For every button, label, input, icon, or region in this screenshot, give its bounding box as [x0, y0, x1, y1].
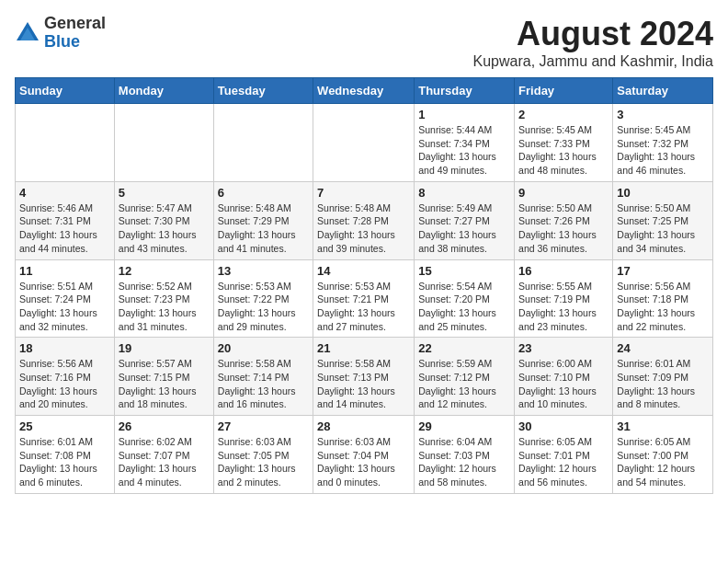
day-info: Sunrise: 5:50 AM Sunset: 7:25 PM Dayligh…	[617, 201, 709, 256]
day-number: 20	[218, 341, 309, 355]
day-info: Sunrise: 6:00 AM Sunset: 7:10 PM Dayligh…	[518, 357, 609, 411]
day-number: 10	[617, 186, 709, 200]
calendar-table: SundayMondayTuesdayWednesdayThursdayFrid…	[15, 77, 713, 494]
logo-general-text: General	[44, 15, 106, 33]
day-info: Sunrise: 5:50 AM Sunset: 7:26 PM Dayligh…	[518, 201, 609, 256]
day-info: Sunrise: 5:46 AM Sunset: 7:31 PM Dayligh…	[19, 201, 110, 256]
day-info: Sunrise: 6:01 AM Sunset: 7:08 PM Dayligh…	[19, 435, 110, 489]
day-number: 21	[317, 341, 410, 355]
day-number: 8	[418, 186, 510, 200]
calendar-cell: 25Sunrise: 6:01 AM Sunset: 7:08 PM Dayli…	[16, 416, 115, 494]
calendar-cell: 10Sunrise: 5:50 AM Sunset: 7:25 PM Dayli…	[613, 181, 713, 259]
calendar-cell: 15Sunrise: 5:54 AM Sunset: 7:20 PM Dayli…	[415, 259, 515, 338]
calendar-cell	[114, 104, 213, 182]
day-number: 5	[119, 186, 210, 200]
header-cell-thursday: Thursday	[415, 78, 515, 104]
calendar-body: 1Sunrise: 5:44 AM Sunset: 7:34 PM Daylig…	[16, 104, 713, 494]
header-cell-monday: Monday	[114, 78, 213, 104]
day-info: Sunrise: 5:51 AM Sunset: 7:24 PM Dayligh…	[19, 280, 110, 334]
day-info: Sunrise: 5:54 AM Sunset: 7:20 PM Dayligh…	[418, 280, 510, 334]
day-info: Sunrise: 5:58 AM Sunset: 7:14 PM Dayligh…	[218, 357, 309, 411]
calendar-cell: 17Sunrise: 5:56 AM Sunset: 7:18 PM Dayli…	[613, 259, 713, 338]
day-number: 2	[518, 108, 609, 121]
calendar-header: SundayMondayTuesdayWednesdayThursdayFrid…	[16, 78, 713, 104]
calendar-cell: 21Sunrise: 5:58 AM Sunset: 7:13 PM Dayli…	[313, 338, 415, 416]
day-info: Sunrise: 6:05 AM Sunset: 7:01 PM Dayligh…	[518, 435, 609, 489]
calendar-cell: 8Sunrise: 5:49 AM Sunset: 7:27 PM Daylig…	[415, 181, 515, 259]
header-row: SundayMondayTuesdayWednesdayThursdayFrid…	[16, 78, 713, 104]
header-cell-saturday: Saturday	[613, 78, 713, 104]
day-number: 9	[518, 186, 609, 200]
day-info: Sunrise: 5:55 AM Sunset: 7:19 PM Dayligh…	[518, 280, 609, 334]
day-info: Sunrise: 5:45 AM Sunset: 7:32 PM Dayligh…	[617, 123, 709, 178]
logo: General Blue	[15, 15, 106, 52]
calendar-cell: 13Sunrise: 5:53 AM Sunset: 7:22 PM Dayli…	[213, 259, 313, 338]
day-info: Sunrise: 6:03 AM Sunset: 7:04 PM Dayligh…	[317, 435, 410, 489]
calendar-cell: 28Sunrise: 6:03 AM Sunset: 7:04 PM Dayli…	[313, 416, 415, 494]
day-info: Sunrise: 5:48 AM Sunset: 7:29 PM Dayligh…	[218, 201, 309, 256]
day-info: Sunrise: 6:03 AM Sunset: 7:05 PM Dayligh…	[218, 435, 309, 489]
day-number: 28	[317, 419, 410, 433]
calendar-cell: 29Sunrise: 6:04 AM Sunset: 7:03 PM Dayli…	[415, 416, 515, 494]
logo-text: General Blue	[44, 15, 106, 52]
day-number: 3	[617, 108, 709, 121]
day-number: 14	[317, 264, 410, 278]
day-info: Sunrise: 5:56 AM Sunset: 7:16 PM Dayligh…	[19, 357, 110, 411]
day-number: 23	[518, 341, 609, 355]
day-info: Sunrise: 6:05 AM Sunset: 7:00 PM Dayligh…	[617, 435, 709, 489]
day-number: 19	[119, 341, 210, 355]
calendar-cell: 7Sunrise: 5:48 AM Sunset: 7:28 PM Daylig…	[313, 181, 415, 259]
header-cell-tuesday: Tuesday	[213, 78, 313, 104]
day-info: Sunrise: 5:48 AM Sunset: 7:28 PM Dayligh…	[317, 201, 410, 256]
day-number: 17	[617, 264, 709, 278]
day-number: 30	[518, 419, 609, 433]
day-number: 24	[617, 341, 709, 355]
day-number: 29	[418, 419, 510, 433]
calendar-cell: 23Sunrise: 6:00 AM Sunset: 7:10 PM Dayli…	[515, 338, 613, 416]
day-number: 4	[19, 186, 110, 200]
calendar-cell: 26Sunrise: 6:02 AM Sunset: 7:07 PM Dayli…	[114, 416, 213, 494]
calendar-cell: 30Sunrise: 6:05 AM Sunset: 7:01 PM Dayli…	[515, 416, 613, 494]
day-number: 12	[119, 264, 210, 278]
calendar-cell: 19Sunrise: 5:57 AM Sunset: 7:15 PM Dayli…	[114, 338, 213, 416]
day-info: Sunrise: 6:04 AM Sunset: 7:03 PM Dayligh…	[418, 435, 510, 489]
calendar-cell: 14Sunrise: 5:53 AM Sunset: 7:21 PM Dayli…	[313, 259, 415, 338]
calendar-cell	[313, 104, 415, 182]
location-subtitle: Kupwara, Jammu and Kashmir, India	[473, 53, 713, 70]
day-info: Sunrise: 5:47 AM Sunset: 7:30 PM Dayligh…	[119, 201, 210, 256]
header-cell-wednesday: Wednesday	[313, 78, 415, 104]
calendar-cell: 2Sunrise: 5:45 AM Sunset: 7:33 PM Daylig…	[515, 104, 613, 182]
calendar-cell: 24Sunrise: 6:01 AM Sunset: 7:09 PM Dayli…	[613, 338, 713, 416]
day-info: Sunrise: 5:52 AM Sunset: 7:23 PM Dayligh…	[119, 280, 210, 334]
day-number: 27	[218, 419, 309, 433]
calendar-cell: 16Sunrise: 5:55 AM Sunset: 7:19 PM Dayli…	[515, 259, 613, 338]
day-number: 11	[19, 264, 110, 278]
calendar-cell: 11Sunrise: 5:51 AM Sunset: 7:24 PM Dayli…	[16, 259, 115, 338]
calendar-cell: 22Sunrise: 5:59 AM Sunset: 7:12 PM Dayli…	[415, 338, 515, 416]
calendar-cell: 9Sunrise: 5:50 AM Sunset: 7:26 PM Daylig…	[515, 181, 613, 259]
title-block: August 2024 Kupwara, Jammu and Kashmir, …	[473, 15, 713, 70]
day-number: 7	[317, 186, 410, 200]
week-row-1: 1Sunrise: 5:44 AM Sunset: 7:34 PM Daylig…	[16, 104, 713, 182]
logo-blue-text: Blue	[44, 33, 106, 52]
day-info: Sunrise: 5:59 AM Sunset: 7:12 PM Dayligh…	[418, 357, 510, 411]
week-row-3: 11Sunrise: 5:51 AM Sunset: 7:24 PM Dayli…	[16, 259, 713, 338]
page-header: General Blue August 2024 Kupwara, Jammu …	[15, 15, 713, 70]
day-number: 6	[218, 186, 309, 200]
day-number: 22	[418, 341, 510, 355]
day-number: 26	[119, 419, 210, 433]
calendar-cell: 1Sunrise: 5:44 AM Sunset: 7:34 PM Daylig…	[415, 104, 515, 182]
week-row-2: 4Sunrise: 5:46 AM Sunset: 7:31 PM Daylig…	[16, 181, 713, 259]
day-info: Sunrise: 5:57 AM Sunset: 7:15 PM Dayligh…	[119, 357, 210, 411]
calendar-cell	[16, 104, 115, 182]
header-cell-sunday: Sunday	[16, 78, 115, 104]
month-year-title: August 2024	[473, 15, 713, 53]
calendar-cell: 20Sunrise: 5:58 AM Sunset: 7:14 PM Dayli…	[213, 338, 313, 416]
day-info: Sunrise: 5:44 AM Sunset: 7:34 PM Dayligh…	[418, 123, 510, 178]
day-info: Sunrise: 5:56 AM Sunset: 7:18 PM Dayligh…	[617, 280, 709, 334]
day-number: 15	[418, 264, 510, 278]
calendar-cell: 5Sunrise: 5:47 AM Sunset: 7:30 PM Daylig…	[114, 181, 213, 259]
calendar-cell	[213, 104, 313, 182]
day-info: Sunrise: 6:02 AM Sunset: 7:07 PM Dayligh…	[119, 435, 210, 489]
calendar-cell: 4Sunrise: 5:46 AM Sunset: 7:31 PM Daylig…	[16, 181, 115, 259]
